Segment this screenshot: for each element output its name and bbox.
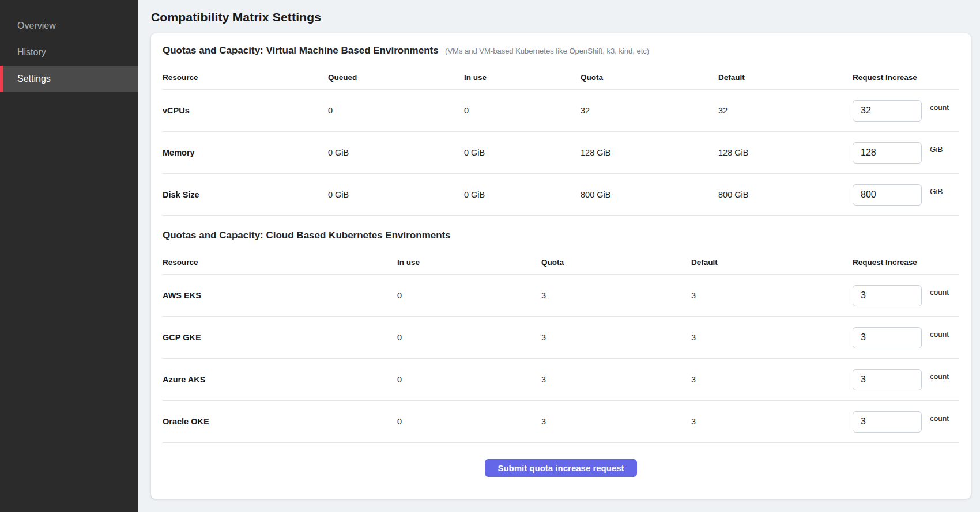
queued-value: 0 — [328, 106, 464, 115]
request-increase-cell: GiB — [853, 142, 959, 164]
quota-value: 128 GiB — [581, 148, 718, 157]
in-use-value: 0 — [397, 333, 541, 342]
vm-section-header: Quotas and Capacity: Virtual Machine Bas… — [163, 45, 959, 56]
resource-label: AWS EKS — [163, 291, 397, 300]
aws-eks-request-input[interactable] — [853, 285, 922, 306]
request-increase-cell: count — [853, 369, 959, 390]
sidebar-item-label: History — [17, 47, 46, 58]
unit-label: count — [930, 330, 949, 339]
resource-label: Memory — [163, 148, 328, 157]
default-value: 3 — [691, 291, 853, 300]
sidebar-item-history[interactable]: History — [0, 39, 138, 66]
unit-label: GiB — [930, 145, 943, 154]
sidebar: Overview History Settings — [0, 0, 138, 512]
sidebar-item-label: Settings — [17, 74, 51, 84]
vm-section: Quotas and Capacity: Virtual Machine Bas… — [163, 45, 959, 216]
in-use-value: 0 — [397, 375, 541, 384]
k8s-section-title: Quotas and Capacity: Cloud Based Kuberne… — [163, 230, 451, 241]
queued-value: 0 GiB — [328, 148, 464, 157]
column-header-quota: Quota — [581, 73, 718, 82]
column-header-queued: Queued — [328, 73, 464, 82]
unit-label: GiB — [930, 187, 943, 196]
in-use-value: 0 GiB — [464, 190, 581, 199]
oracle-oke-request-input[interactable] — [853, 411, 922, 433]
table-row-memory: Memory 0 GiB 0 GiB 128 GiB 128 GiB GiB — [163, 132, 959, 174]
default-value: 3 — [691, 417, 853, 426]
vm-section-title: Quotas and Capacity: Virtual Machine Bas… — [163, 45, 439, 56]
column-header-in-use: In use — [397, 258, 541, 267]
submit-quota-increase-button[interactable]: Submit quota increase request — [485, 459, 636, 477]
vcpus-request-input[interactable] — [853, 100, 922, 122]
sidebar-item-overview[interactable]: Overview — [0, 13, 138, 39]
column-header-request-increase: Request Increase — [853, 258, 959, 267]
column-header-resource: Resource — [163, 258, 397, 267]
k8s-section: Quotas and Capacity: Cloud Based Kuberne… — [163, 230, 959, 443]
column-header-resource: Resource — [163, 73, 328, 82]
column-header-default: Default — [691, 258, 853, 267]
default-value: 3 — [691, 333, 853, 342]
request-increase-cell: count — [853, 411, 959, 433]
column-header-quota: Quota — [541, 258, 691, 267]
azure-aks-request-input[interactable] — [853, 369, 922, 390]
table-row-disk-size: Disk Size 0 GiB 0 GiB 800 GiB 800 GiB Gi… — [163, 174, 959, 216]
quota-value: 3 — [541, 375, 691, 384]
resource-label: GCP GKE — [163, 333, 397, 342]
sidebar-item-label: Overview — [17, 21, 56, 31]
unit-label: count — [930, 372, 949, 381]
quota-value: 3 — [541, 291, 691, 300]
resource-label: Azure AKS — [163, 375, 397, 384]
default-value: 3 — [691, 375, 853, 384]
unit-label: count — [930, 103, 949, 112]
request-increase-cell: count — [853, 327, 959, 348]
default-value: 800 GiB — [718, 190, 853, 199]
in-use-value: 0 — [397, 291, 541, 300]
queued-value: 0 GiB — [328, 190, 464, 199]
in-use-value: 0 — [397, 417, 541, 426]
quota-value: 3 — [541, 333, 691, 342]
resource-label: Disk Size — [163, 190, 328, 199]
table-row-vcpus: vCPUs 0 0 32 32 count — [163, 90, 959, 132]
request-increase-cell: count — [853, 285, 959, 306]
quota-value: 32 — [581, 106, 718, 115]
resource-label: vCPUs — [163, 106, 328, 115]
column-header-default: Default — [718, 73, 853, 82]
unit-label: count — [930, 414, 949, 423]
in-use-value: 0 — [464, 106, 581, 115]
main-content: Compatibility Matrix Settings Quotas and… — [138, 0, 980, 512]
in-use-value: 0 GiB — [464, 148, 581, 157]
table-row-oracle-oke: Oracle OKE 0 3 3 count — [163, 401, 959, 443]
table-row-aws-eks: AWS EKS 0 3 3 count — [163, 275, 959, 317]
quota-value: 800 GiB — [581, 190, 718, 199]
disk-size-request-input[interactable] — [853, 184, 922, 206]
default-value: 32 — [718, 106, 853, 115]
vm-section-subtitle: (VMs and VM-based Kubernetes like OpenSh… — [445, 47, 649, 55]
submit-row: Submit quota increase request — [163, 459, 959, 477]
k8s-section-header: Quotas and Capacity: Cloud Based Kuberne… — [163, 230, 959, 241]
resource-label: Oracle OKE — [163, 417, 397, 426]
column-header-in-use: In use — [464, 73, 581, 82]
page-title: Compatibility Matrix Settings — [151, 10, 971, 24]
quota-value: 3 — [541, 417, 691, 426]
unit-label: count — [930, 288, 949, 297]
gcp-gke-request-input[interactable] — [853, 327, 922, 348]
memory-request-input[interactable] — [853, 142, 922, 164]
settings-card: Quotas and Capacity: Virtual Machine Bas… — [151, 33, 971, 499]
sidebar-item-settings[interactable]: Settings — [0, 66, 138, 92]
column-header-request-increase: Request Increase — [853, 73, 959, 82]
table-row-azure-aks: Azure AKS 0 3 3 count — [163, 359, 959, 401]
request-increase-cell: count — [853, 100, 959, 122]
request-increase-cell: GiB — [853, 184, 959, 206]
k8s-table-header: Resource In use Quota Default Request In… — [163, 251, 959, 275]
vm-table-header: Resource Queued In use Quota Default Req… — [163, 66, 959, 90]
table-row-gcp-gke: GCP GKE 0 3 3 count — [163, 317, 959, 359]
default-value: 128 GiB — [718, 148, 853, 157]
